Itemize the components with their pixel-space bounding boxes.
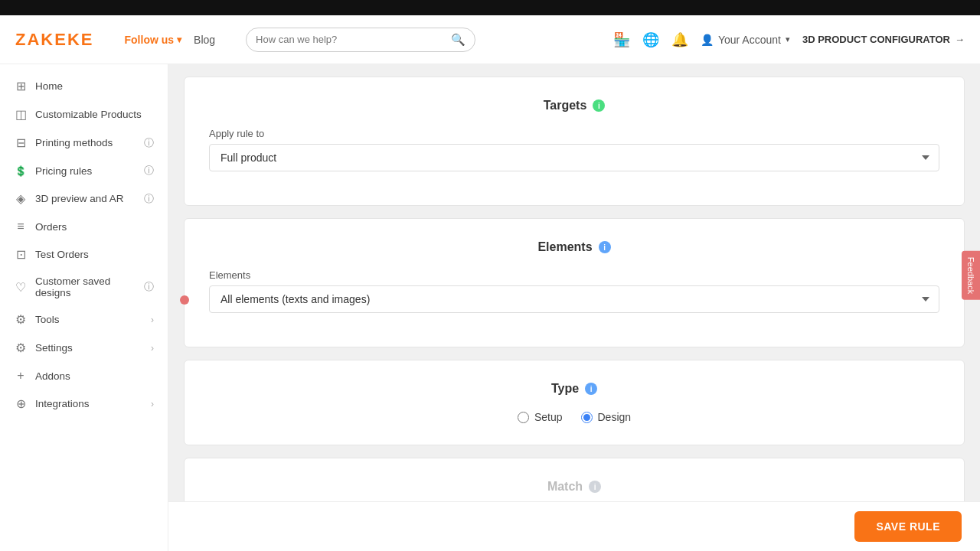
sidebar-item-label: Orders bbox=[35, 221, 154, 233]
search-icon: 🔍 bbox=[451, 33, 466, 47]
sidebar-item-orders[interactable]: ≡ Orders bbox=[0, 213, 168, 240]
search-bar: 🔍 bbox=[246, 28, 475, 52]
header: ZAKEKE Follow us ▾ Blog 🔍 🏪 🌐 🔔 👤 Your A… bbox=[0, 15, 980, 64]
match-title: Match i bbox=[209, 480, 939, 494]
save-rule-button[interactable]: SAVE RULE bbox=[854, 511, 962, 542]
type-design-radio[interactable] bbox=[581, 412, 593, 423]
bell-icon[interactable]: 🔔 bbox=[671, 31, 688, 48]
test-orders-icon: ⊡ bbox=[14, 247, 28, 262]
elements-section: Elements i Elements All elements (texts … bbox=[184, 218, 965, 347]
follow-us-link[interactable]: Follow us ▾ bbox=[125, 34, 182, 46]
targets-title: Targets i bbox=[209, 99, 939, 112]
type-design-label: Design bbox=[598, 411, 632, 423]
sidebar-item-3d-preview[interactable]: ◈ 3D preview and AR ⓘ bbox=[0, 184, 168, 213]
sidebar-item-settings[interactable]: ⚙ Settings › bbox=[0, 334, 168, 362]
sidebar-item-printing-methods[interactable]: ⊟ Printing methods ⓘ bbox=[0, 129, 168, 157]
content-area: Targets i Apply rule to Full product Spe… bbox=[168, 64, 980, 551]
integrations-arrow-icon: › bbox=[151, 399, 154, 409]
sidebar-item-customizable-products[interactable]: ◫ Customizable Products bbox=[0, 100, 168, 129]
main-layout: ⊞ Home ◫ Customizable Products ⊟ Printin… bbox=[0, 64, 980, 551]
targets-section: Targets i Apply rule to Full product Spe… bbox=[184, 77, 965, 206]
pricing-icon: 💲 bbox=[14, 165, 28, 177]
bottom-bar: SAVE RULE bbox=[168, 501, 980, 551]
cursor-dot bbox=[180, 295, 189, 305]
elements-group: Elements All elements (texts and images)… bbox=[209, 269, 939, 313]
header-actions: 🏪 🌐 🔔 👤 Your Account ▾ 3D PRODUCT CONFIG… bbox=[613, 31, 965, 48]
pricing-rules-info-icon[interactable]: ⓘ bbox=[144, 164, 154, 178]
sidebar-item-addons[interactable]: + Addons bbox=[0, 362, 168, 390]
3d-preview-icon: ◈ bbox=[14, 191, 28, 206]
apply-rule-label: Apply rule to bbox=[209, 128, 939, 139]
sidebar-item-label: Tools bbox=[35, 314, 143, 325]
sidebar-item-label: Settings bbox=[35, 342, 143, 354]
sidebar-item-integrations[interactable]: ⊕ Integrations › bbox=[0, 390, 168, 418]
top-bar bbox=[0, 0, 980, 15]
configurator-arrow-icon: → bbox=[955, 34, 965, 45]
type-design-option[interactable]: Design bbox=[581, 411, 632, 423]
account-label: Your Account bbox=[718, 34, 781, 46]
elements-title: Elements i bbox=[209, 240, 939, 254]
sidebar-item-label: Customizable Products bbox=[35, 109, 154, 120]
apply-rule-select[interactable]: Full product Specific area Custom bbox=[209, 144, 939, 171]
globe-icon[interactable]: 🌐 bbox=[642, 31, 659, 48]
sidebar-item-home[interactable]: ⊞ Home bbox=[0, 72, 168, 100]
settings-arrow-icon: › bbox=[151, 343, 154, 354]
customizable-products-icon: ◫ bbox=[14, 107, 28, 122]
sidebar-item-label: Printing methods bbox=[35, 137, 136, 148]
account-person-icon: 👤 bbox=[701, 34, 714, 46]
configurator-label: 3D PRODUCT CONFIGURATOR bbox=[802, 34, 950, 45]
printing-methods-info-icon[interactable]: ⓘ bbox=[144, 136, 154, 150]
follow-dropdown-icon: ▾ bbox=[177, 34, 181, 45]
sidebar-item-test-orders[interactable]: ⊡ Test Orders bbox=[0, 240, 168, 269]
type-info-icon[interactable]: i bbox=[585, 383, 597, 395]
sidebar-item-pricing-rules[interactable]: 💲 Pricing rules ⓘ bbox=[0, 157, 168, 184]
configurator-link[interactable]: 3D PRODUCT CONFIGURATOR → bbox=[802, 34, 965, 45]
account-link[interactable]: 👤 Your Account ▾ bbox=[701, 34, 790, 46]
apply-rule-group: Apply rule to Full product Specific area… bbox=[209, 128, 939, 171]
elements-select[interactable]: All elements (texts and images) Texts on… bbox=[209, 285, 939, 313]
printing-methods-icon: ⊟ bbox=[14, 135, 28, 150]
sidebar-item-label: Test Orders bbox=[35, 249, 154, 260]
elements-info-icon[interactable]: i bbox=[599, 241, 611, 253]
nav: Follow us ▾ Blog bbox=[125, 34, 216, 46]
search-input[interactable] bbox=[256, 34, 445, 45]
logo[interactable]: ZAKEKE bbox=[15, 30, 94, 50]
addons-icon: + bbox=[14, 369, 28, 383]
sidebar-item-customer-designs[interactable]: ♡ Customer saved designs ⓘ bbox=[0, 269, 168, 305]
type-section: Type i Setup Design bbox=[184, 360, 965, 445]
type-setup-option[interactable]: Setup bbox=[518, 411, 563, 423]
tools-arrow-icon: › bbox=[151, 315, 154, 325]
type-setup-radio[interactable] bbox=[518, 412, 529, 423]
feedback-tab[interactable]: Feedback bbox=[962, 251, 980, 300]
customer-designs-info-icon[interactable]: ⓘ bbox=[144, 280, 154, 294]
settings-icon: ⚙ bbox=[14, 341, 28, 355]
3d-preview-info-icon[interactable]: ⓘ bbox=[144, 192, 154, 206]
sidebar-item-label: 3D preview and AR bbox=[35, 193, 136, 204]
store-icon[interactable]: 🏪 bbox=[613, 31, 630, 48]
sidebar-item-label: Integrations bbox=[35, 398, 143, 409]
home-icon: ⊞ bbox=[14, 79, 28, 93]
type-title: Type i bbox=[209, 382, 939, 396]
sidebar: ⊞ Home ◫ Customizable Products ⊟ Printin… bbox=[0, 64, 168, 551]
sidebar-item-label: Home bbox=[35, 80, 154, 92]
sidebar-item-tools[interactable]: ⚙ Tools › bbox=[0, 305, 168, 334]
integrations-icon: ⊕ bbox=[14, 396, 28, 411]
elements-label: Elements bbox=[209, 269, 939, 281]
sidebar-item-label: Addons bbox=[35, 370, 154, 382]
blog-link[interactable]: Blog bbox=[194, 34, 215, 46]
targets-info-icon[interactable]: i bbox=[593, 99, 605, 112]
type-radio-group: Setup Design bbox=[209, 411, 939, 423]
tools-icon: ⚙ bbox=[14, 312, 28, 327]
account-dropdown-icon: ▾ bbox=[786, 34, 790, 44]
sidebar-item-label: Customer saved designs bbox=[35, 276, 136, 298]
sidebar-item-label: Pricing rules bbox=[35, 165, 136, 177]
customer-designs-icon: ♡ bbox=[14, 280, 28, 295]
match-info-icon[interactable]: i bbox=[589, 481, 601, 493]
follow-us-label: Follow us bbox=[125, 34, 175, 46]
type-setup-label: Setup bbox=[534, 411, 563, 423]
orders-icon: ≡ bbox=[14, 220, 28, 233]
